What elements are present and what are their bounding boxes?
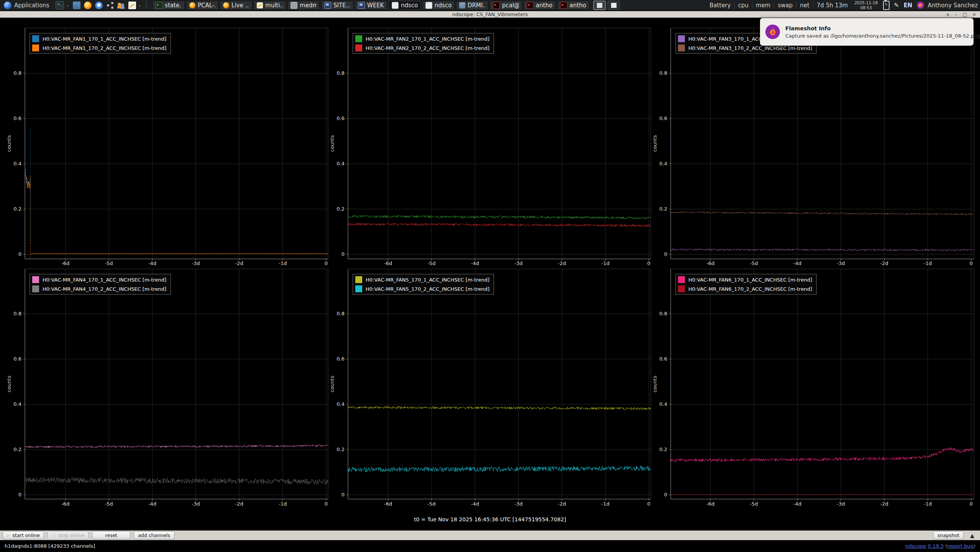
- svg-text:0.4: 0.4: [337, 161, 345, 166]
- plot-fan3[interactable]: [671, 28, 974, 259]
- maximize-icon[interactable]: □: [963, 12, 967, 17]
- legend-entry: H0:VAC-MR_FAN6_170_1_ACC_INCHSEC [m-tren…: [678, 276, 812, 283]
- taskbar-window-label: SITE...: [333, 2, 350, 9]
- firefox-icon: [223, 2, 229, 8]
- nds-server-status: h1daqnds1:8088 [429233 channels]: [5, 543, 95, 549]
- desktop: Applications ⌄ ⌄ state...PCAL-...Live ..…: [0, 0, 980, 552]
- stop-online-label: stop online: [58, 532, 84, 538]
- taskbar-window-antho[interactable]: antho...: [524, 1, 556, 10]
- svg-text:0: 0: [970, 501, 973, 507]
- plot-fan5[interactable]: [348, 269, 651, 499]
- svg-text:counts: counts: [6, 135, 12, 152]
- tray-uptime[interactable]: 7d 5h 13m: [813, 2, 851, 9]
- taskbar-window-site[interactable]: SITE...: [321, 1, 353, 10]
- tray-swap[interactable]: swap: [774, 2, 796, 9]
- legend-fan5[interactable]: H0:VAC-MR_FAN5_170_1_ACC_INCHSEC [m-tren…: [353, 274, 494, 295]
- window-titlebar[interactable]: ndscope: CS_FAN_Vibrometers ∧ – □ ×: [0, 11, 980, 18]
- series-swatch-icon: [355, 285, 362, 292]
- firefox-icon[interactable]: [84, 2, 92, 9]
- legend-fan4[interactable]: H0:VAC-MR_FAN4_170_1_ACC_INCHSEC [m-tren…: [30, 274, 171, 295]
- legend-fan2[interactable]: H0:VAC-MR_FAN2_170_1_ACC_INCHSEC [m-tren…: [353, 33, 494, 54]
- tray-battery[interactable]: Battery: [706, 2, 734, 9]
- taskbar: Applications ⌄ ⌄ state...PCAL-...Live ..…: [0, 0, 980, 11]
- svg-text:0.4: 0.4: [337, 401, 345, 407]
- display-blue-icon: [324, 2, 331, 9]
- add-channels-button[interactable]: add channels: [134, 531, 174, 539]
- plot-fan1[interactable]: [25, 28, 328, 259]
- taskbar-window-label: DRMI...: [468, 2, 485, 9]
- stop-online-button[interactable]: □ stop online: [48, 531, 89, 539]
- taskbar-window-medm[interactable]: medm: [287, 1, 320, 10]
- chevron-down-icon[interactable]: ⌄: [66, 3, 69, 8]
- tray-mem[interactable]: mem: [752, 2, 774, 9]
- tray-clock[interactable]: 2025-11-18 08:53: [851, 0, 881, 10]
- chevron-down-icon[interactable]: ⌄: [138, 3, 141, 8]
- stop-icon: □: [52, 533, 56, 538]
- terminal-launcher-icon[interactable]: [56, 1, 64, 10]
- legend-fan6[interactable]: H0:VAC-MR_FAN6_170_1_ACC_INCHSEC [m-tren…: [675, 274, 817, 295]
- taskbar-window-state[interactable]: state...: [153, 1, 185, 10]
- expand-triangle-icon[interactable]: ▲: [967, 532, 977, 539]
- tray-net[interactable]: net: [796, 2, 813, 9]
- series-swatch-icon: [355, 276, 362, 283]
- play-icon: ▷: [7, 533, 10, 538]
- link-ndscope[interactable]: ndscope: [905, 543, 926, 549]
- chromium-icon[interactable]: [95, 2, 103, 9]
- battery-icon[interactable]: [883, 1, 890, 10]
- legend-fan1[interactable]: H0:VAC-MR_FAN1_170_1_ACC_INCHSEC [m-tren…: [30, 33, 171, 54]
- taskbar-window-pcal[interactable]: pcal@...: [490, 1, 522, 10]
- taskbar-window-antho[interactable]: antho...: [557, 1, 589, 10]
- notes-launcher-icon[interactable]: [128, 2, 136, 9]
- taskbar-window-ndsco[interactable]: ndsco...: [422, 1, 455, 10]
- shade-icon[interactable]: ∧: [946, 12, 950, 17]
- version-text: ): [973, 543, 975, 549]
- svg-text:0: 0: [341, 251, 345, 257]
- applications-menu[interactable]: Applications: [0, 0, 53, 10]
- user-menu[interactable]: Anthony Sanchez: [926, 2, 978, 9]
- close-icon[interactable]: ×: [972, 12, 976, 17]
- taskbar-window-week[interactable]: WEEK...: [355, 1, 387, 10]
- taskbar-window-multi[interactable]: multi...: [254, 1, 286, 10]
- svg-text:0.4: 0.4: [13, 161, 21, 166]
- minimize-icon[interactable]: –: [955, 12, 957, 17]
- taskbar-window-live[interactable]: Live ...: [220, 1, 252, 10]
- svg-text:0.8: 0.8: [13, 70, 21, 76]
- plot-fan2[interactable]: [348, 28, 651, 259]
- flameshot-tray-icon[interactable]: [917, 2, 924, 9]
- series-name: H0:VAC-MR_FAN5_170_2_ACC_INCHSEC [m-tren…: [366, 286, 489, 292]
- share-icon[interactable]: [106, 2, 114, 9]
- link-0.19.3[interactable]: 0.19.3: [928, 543, 944, 549]
- version-text: (: [944, 543, 947, 549]
- taskbar-window-label: Live ...: [231, 2, 249, 9]
- workspace-1-button[interactable]: [593, 1, 606, 10]
- reset-button[interactable]: reset: [92, 531, 130, 539]
- svg-text:-5d: -5d: [750, 260, 758, 266]
- keyboard-layout[interactable]: EN: [901, 2, 915, 9]
- svg-text:-3d: -3d: [514, 260, 522, 266]
- plot-fan4[interactable]: [25, 269, 328, 499]
- file-manager-icon[interactable]: [73, 2, 80, 9]
- svg-text:0.6: 0.6: [13, 115, 21, 121]
- system-tray: Batterycpumemswapnet 7d 5h 13m 2025-11-1…: [706, 0, 980, 10]
- series-name: H0:VAC-MR_FAN6_170_2_ACC_INCHSEC [m-tren…: [688, 286, 812, 292]
- start-online-button[interactable]: ▷ start online: [3, 531, 44, 539]
- legend-entry: H0:VAC-MR_FAN1_170_1_ACC_INCHSEC [m-tren…: [32, 35, 166, 42]
- stylus-icon[interactable]: ✎: [892, 2, 901, 9]
- taskbar-window-pcal[interactable]: PCAL-...: [186, 1, 218, 10]
- taskbar-window-label: antho...: [536, 2, 553, 9]
- terminal-green-icon: [156, 2, 163, 9]
- svg-text:-1d: -1d: [924, 501, 932, 507]
- snapshot-label: snapshot: [937, 532, 959, 538]
- link-report-bug[interactable]: report bug: [947, 543, 973, 549]
- users-icon[interactable]: [117, 2, 125, 9]
- workspace-2-button[interactable]: [607, 1, 620, 10]
- svg-text:0.8: 0.8: [13, 311, 21, 316]
- flameshot-notification[interactable]: Flameshot Info Capture saved as /ligo/ho…: [760, 18, 973, 46]
- snapshot-button[interactable]: snapshot: [933, 531, 964, 539]
- plot-fan6[interactable]: [671, 269, 974, 499]
- taskbar-window-ndsco[interactable]: ndsco...: [389, 1, 421, 10]
- tray-cpu[interactable]: cpu: [735, 2, 752, 9]
- svg-text:0.6: 0.6: [659, 356, 667, 362]
- taskbar-window-drmi[interactable]: DRMI...: [456, 1, 488, 10]
- series-name: H0:VAC-MR_FAN5_170_1_ACC_INCHSEC [m-tren…: [366, 277, 489, 283]
